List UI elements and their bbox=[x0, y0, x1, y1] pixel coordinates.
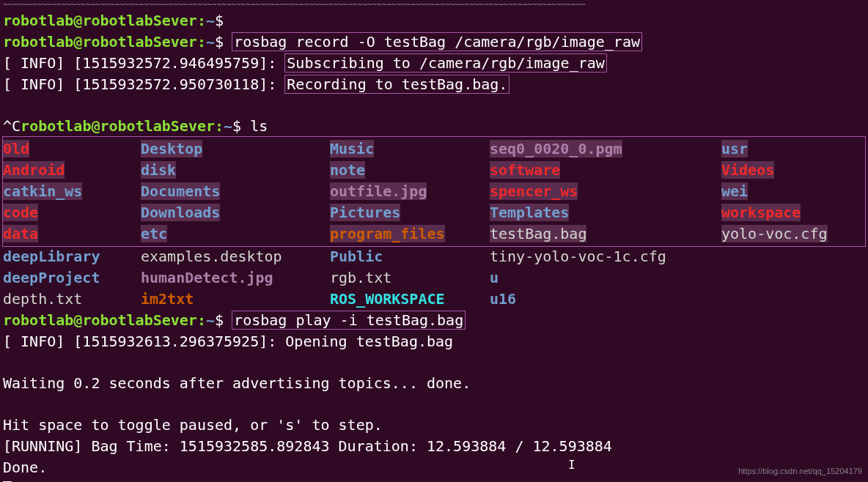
watermark: https://blog.csdn.net/qq_15204179 bbox=[738, 466, 862, 478]
ls-entry: seq0_0020_0.pgm bbox=[490, 140, 622, 157]
ls-entry: catkin_ws bbox=[3, 182, 82, 200]
command-ls[interactable]: ls bbox=[250, 117, 268, 135]
sigil: $ bbox=[215, 12, 224, 29]
ls-entry: im2txt bbox=[141, 290, 194, 308]
ls-entry: u16 bbox=[490, 290, 516, 308]
ls-entry: Public bbox=[330, 248, 383, 265]
ls-entry: outfile.jpg bbox=[330, 182, 427, 200]
colon: : bbox=[197, 33, 206, 51]
running-line: [RUNNING] Bag Time: 1515932585.892843 Du… bbox=[3, 436, 865, 457]
info-line-2: [ INFO] [1515932572.950730118]: Recordin… bbox=[3, 74, 865, 95]
host: robotlabSever bbox=[100, 117, 215, 135]
user: robotlab bbox=[21, 117, 91, 135]
sigil: $ bbox=[215, 33, 224, 51]
user: robotlab bbox=[3, 33, 73, 51]
ls-output-block-2: deepLibraryexamples.desktopPublictiny-yo… bbox=[3, 246, 865, 310]
colon: : bbox=[215, 117, 224, 135]
mouse-pointer-icon: I bbox=[568, 456, 575, 473]
ls-entry: Music bbox=[330, 140, 374, 157]
cwd: ~ bbox=[206, 311, 215, 329]
ls-entry: rgb.txt bbox=[330, 269, 391, 286]
ls-entry: Videos bbox=[721, 161, 774, 179]
ls-entry: ROS_WORKSPACE bbox=[330, 290, 445, 308]
ls-entry: spencer_ws bbox=[490, 182, 578, 200]
ls-entry: workspace bbox=[721, 204, 801, 221]
prompt-line-1: robotlab@robotlabSever:~$ bbox=[3, 10, 865, 31]
top-truncated-line: ~~~~~~~~~~~~~~~~~~~~~~~~~~~~~~~~~~~~~~~~… bbox=[3, 0, 865, 10]
done-line: Done. bbox=[3, 457, 865, 478]
ls-entry: Desktop bbox=[141, 140, 202, 157]
ls-entry: Downloads bbox=[141, 204, 220, 221]
ls-entry: code bbox=[3, 204, 38, 221]
host: robotlabSever bbox=[82, 311, 197, 329]
ls-entry: humanDetect.jpg bbox=[141, 269, 273, 286]
blank-line bbox=[3, 352, 865, 373]
ls-entry: examples.desktop bbox=[141, 248, 282, 265]
host: robotlabSever bbox=[82, 12, 197, 29]
user: robotlab bbox=[3, 311, 73, 329]
hit-space-line: Hit space to toggle paused, or 's' to st… bbox=[3, 415, 865, 436]
ls-entry: Pictures bbox=[330, 204, 400, 221]
blank-line bbox=[3, 95, 865, 116]
at: @ bbox=[73, 33, 82, 51]
ls-entry: software bbox=[490, 161, 560, 179]
ls-entry: disk bbox=[141, 161, 176, 179]
at: @ bbox=[91, 117, 100, 135]
ls-entry: deepProject bbox=[3, 269, 100, 286]
info-prefix: [ INFO] [1515932572.946495759]: bbox=[3, 54, 285, 72]
prompt-line-2: robotlab@robotlabSever:~$ rosbag record … bbox=[3, 31, 865, 53]
ls-entry: usr bbox=[721, 140, 748, 157]
ls-entry: Android bbox=[3, 161, 65, 179]
wait-line: Waiting 0.2 seconds after advertising to… bbox=[3, 373, 865, 394]
prompt-line-3: ^Crobotlab@robotlabSever:~$ ls bbox=[3, 116, 865, 137]
ls-entry: deepLibrary bbox=[3, 248, 100, 265]
ls-entry: Templates bbox=[490, 204, 569, 221]
colon: : bbox=[197, 311, 206, 329]
command-rosbag-record[interactable]: rosbag record -O testBag /camera/rgb/ima… bbox=[232, 33, 641, 51]
at: @ bbox=[73, 311, 82, 329]
ls-entry: u bbox=[490, 269, 499, 286]
info-line-3: [ INFO] [1515932613.296375925]: Opening … bbox=[3, 331, 865, 352]
prompt-line-4: robotlab@robotlabSever:~$ rosbag play -i… bbox=[3, 310, 865, 331]
ls-entry: etc bbox=[141, 225, 167, 242]
cwd: ~ bbox=[224, 117, 232, 135]
ls-output-block-1: 0ldDesktopMusicseq0_0020_0.pgmusrAndroid… bbox=[3, 137, 865, 246]
ls-entry: testBag.bag bbox=[490, 225, 586, 242]
blank-line bbox=[3, 394, 865, 415]
ls-entry: tiny-yolo-voc-1c.cfg bbox=[490, 248, 666, 265]
sigil: $ bbox=[215, 311, 224, 329]
info-line-1: [ INFO] [1515932572.946495759]: Subscrib… bbox=[3, 53, 865, 74]
ctrl-c: ^C bbox=[3, 117, 21, 135]
info-msg-subscribing: Subscribing to /camera/rgb/image_raw bbox=[285, 54, 606, 72]
host: robotlabSever bbox=[82, 33, 197, 51]
command-rosbag-play[interactable]: rosbag play -i testBag.bag bbox=[232, 311, 465, 329]
cwd: ~ bbox=[206, 33, 215, 51]
ls-entry: yolo-voc.cfg bbox=[721, 225, 828, 242]
cwd: ~ bbox=[206, 12, 215, 29]
colon: : bbox=[197, 12, 206, 29]
ls-entry: program_files bbox=[330, 225, 445, 242]
ls-entry: note bbox=[330, 161, 365, 179]
ls-entry: wei bbox=[721, 182, 748, 200]
ls-entry: Documents bbox=[141, 182, 220, 200]
user: robotlab bbox=[3, 12, 73, 29]
ls-entry: data bbox=[3, 225, 38, 242]
ls-entry: 0ld bbox=[3, 140, 29, 157]
info-prefix: [ INFO] [1515932572.950730118]: bbox=[3, 75, 285, 93]
at: @ bbox=[73, 12, 82, 29]
ls-entry: depth.txt bbox=[3, 290, 82, 308]
sigil: $ bbox=[232, 117, 241, 135]
info-msg-recording: Recording to testBag.bag. bbox=[285, 75, 509, 93]
